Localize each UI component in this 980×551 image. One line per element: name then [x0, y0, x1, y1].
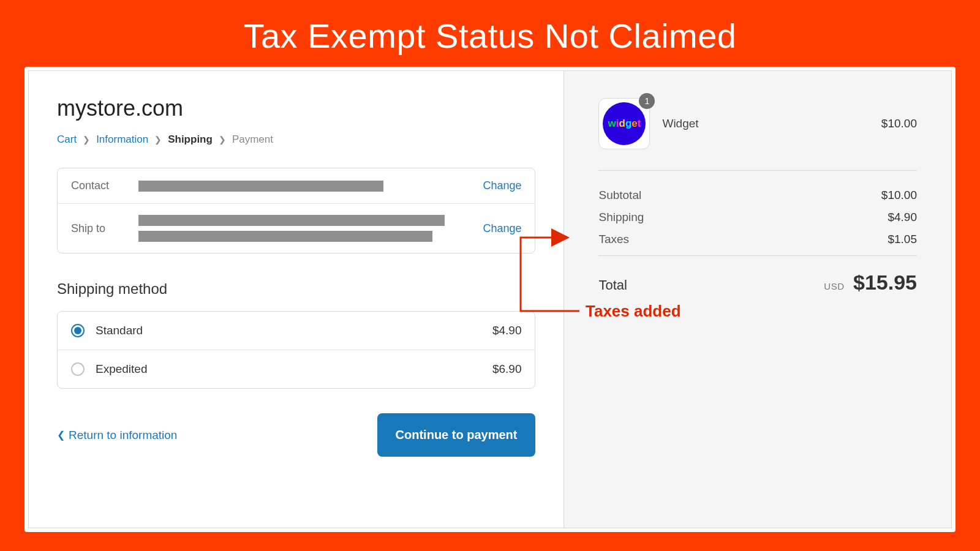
- change-shipto-link[interactable]: Change: [483, 222, 521, 235]
- subtotal-label: Subtotal: [598, 189, 641, 202]
- chevron-left-icon: ❮: [57, 429, 65, 441]
- summary-total: Total USD $15.95: [598, 255, 917, 294]
- order-summary: widget 1 Widget $10.00 Subtotal $10.00 S…: [564, 71, 951, 528]
- total-currency: USD: [824, 281, 844, 291]
- radio-unselected-icon: [71, 362, 85, 376]
- checkout-main: mystore.com Cart ❯ Information ❯ Shippin…: [29, 71, 564, 528]
- subtotal-value: $10.00: [881, 189, 917, 202]
- redacted-contact: [138, 181, 470, 192]
- crumb-payment: Payment: [232, 133, 273, 146]
- chevron-right-icon: ❯: [83, 135, 90, 144]
- taxes-label: Taxes: [598, 233, 629, 246]
- chevron-right-icon: ❯: [219, 135, 226, 144]
- widget-icon: widget: [603, 102, 646, 145]
- cart-item-thumb: widget 1: [598, 98, 650, 149]
- shipping-option-label: Expedited: [96, 362, 481, 376]
- contact-label: Contact: [71, 179, 126, 192]
- continue-to-payment-button[interactable]: Continue to payment: [377, 413, 536, 457]
- return-link-label: Return to information: [69, 429, 177, 442]
- crumb-information[interactable]: Information: [96, 133, 148, 146]
- summary-shipping: Shipping $4.90: [598, 206, 917, 228]
- total-label: Total: [598, 277, 627, 293]
- checkout-window: mystore.com Cart ❯ Information ❯ Shippin…: [24, 67, 956, 532]
- summary-taxes: Taxes $1.05: [598, 228, 917, 250]
- total-value: $15.95: [853, 271, 917, 294]
- nav-actions: ❮ Return to information Continue to paym…: [57, 413, 535, 457]
- cart-item-name: Widget: [662, 117, 869, 130]
- shipping-option-expedited[interactable]: Expedited $6.90: [58, 350, 535, 388]
- shipping-value: $4.90: [888, 211, 917, 224]
- redacted-address: [138, 215, 470, 242]
- cart-item-price: $10.00: [881, 117, 917, 130]
- taxes-value: $1.05: [888, 233, 917, 246]
- review-box: Contact Change Ship to Change: [57, 168, 535, 253]
- breadcrumb: Cart ❯ Information ❯ Shipping ❯ Payment: [57, 133, 535, 146]
- summary-subtotal: Subtotal $10.00: [598, 184, 917, 206]
- cart-item: widget 1 Widget $10.00: [598, 98, 917, 149]
- summary-lines: Subtotal $10.00 Shipping $4.90 Taxes $1.…: [598, 170, 917, 305]
- change-contact-link[interactable]: Change: [483, 179, 521, 192]
- shipping-option-label: Standard: [96, 324, 481, 337]
- review-shipto-row: Ship to Change: [58, 203, 535, 253]
- return-to-information-link[interactable]: ❮ Return to information: [57, 429, 177, 442]
- radio-selected-icon: [71, 324, 85, 337]
- shipping-label: Shipping: [598, 211, 644, 224]
- review-contact-row: Contact Change: [58, 168, 535, 203]
- cart-qty-badge: 1: [639, 93, 655, 109]
- crumb-cart[interactable]: Cart: [57, 133, 77, 146]
- shipping-option-price: $4.90: [492, 324, 522, 337]
- shipto-label: Ship to: [71, 222, 126, 235]
- crumb-shipping: Shipping: [168, 133, 213, 146]
- slide-title: Tax Exempt Status Not Claimed: [0, 0, 980, 67]
- shipping-options: Standard $4.90 Expedited $6.90: [57, 311, 535, 389]
- shipping-option-standard[interactable]: Standard $4.90: [58, 312, 535, 350]
- chevron-right-icon: ❯: [154, 135, 162, 144]
- store-name: mystore.com: [57, 96, 535, 121]
- shipping-option-price: $6.90: [492, 362, 522, 376]
- shipping-method-heading: Shipping method: [57, 280, 535, 298]
